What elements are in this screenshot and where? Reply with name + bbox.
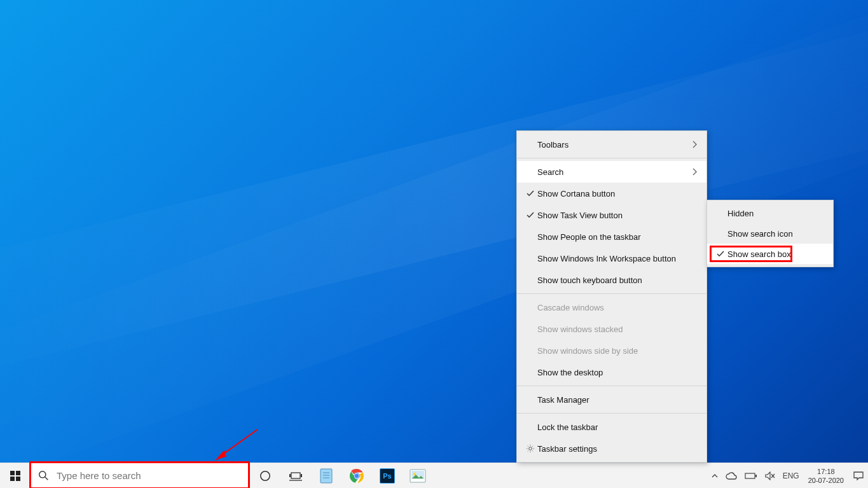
menu-label: Lock the taskbar [537, 422, 698, 432]
menu-label: Show Windows Ink Workspace button [537, 254, 698, 263]
svg-line-8 [45, 477, 48, 480]
svg-point-21 [355, 473, 359, 478]
menu-taskmgr[interactable]: Task Manager [517, 389, 706, 410]
menu-touchkb[interactable]: Show touch keyboard button [517, 269, 706, 291]
submenu-label: Show search box [727, 249, 791, 259]
cortana-button[interactable] [250, 463, 280, 489]
windows-logo-icon [10, 471, 20, 481]
tray-battery[interactable] [741, 463, 761, 489]
menu-separator [517, 386, 706, 386]
taskbar-app-notepad[interactable] [311, 463, 341, 489]
chevron-right-icon [692, 141, 698, 148]
svg-rect-3 [10, 471, 15, 475]
taskbar-search-box[interactable] [31, 463, 250, 489]
gear-icon [523, 444, 537, 453]
menu-separator [517, 158, 706, 158]
menu-label: Show windows stacked [537, 324, 698, 334]
taskbar-app-photo-viewer[interactable] [403, 463, 433, 489]
menu-label: Toolbars [537, 140, 692, 150]
tray-clock[interactable]: 17:18 20-07-2020 [803, 463, 849, 489]
taskbar-app-chrome[interactable] [341, 463, 372, 489]
check-icon [713, 250, 727, 258]
cortana-icon [259, 470, 271, 482]
menu-label: Show touch keyboard button [537, 275, 698, 285]
svg-rect-13 [301, 474, 302, 477]
menu-ink[interactable]: Show Windows Ink Workspace button [517, 247, 706, 269]
menu-cascade: Cascade windows [517, 296, 706, 318]
taskbar-context-menu: Toolbars Search Show Cortana button Show… [516, 130, 707, 463]
start-button[interactable] [0, 463, 31, 489]
system-tray: ENG 17:18 20-07-2020 [708, 463, 868, 488]
menu-sidebyside: Show windows side by side [517, 340, 706, 361]
task-view-button[interactable] [280, 463, 311, 489]
notification-icon [853, 471, 864, 481]
submenu-label: Show search icon [727, 229, 793, 239]
tray-overflow[interactable] [708, 463, 722, 489]
menu-stacked: Show windows stacked [517, 318, 706, 340]
svg-rect-4 [16, 471, 20, 475]
menu-lock[interactable]: Lock the taskbar [517, 416, 706, 438]
volume-mute-icon [765, 471, 775, 480]
menu-label: Search [537, 167, 692, 177]
tray-volume[interactable] [761, 463, 779, 489]
svg-point-7 [39, 471, 46, 478]
menu-people[interactable]: Show People on the taskbar [517, 226, 706, 247]
menu-label: Show Task View button [537, 211, 698, 220]
tray-language[interactable]: ENG [779, 463, 803, 489]
menu-taskview[interactable]: Show Task View button [517, 204, 706, 226]
svg-marker-1 [219, 449, 228, 458]
menu-toolbars[interactable]: Toolbars [517, 134, 706, 155]
svg-rect-26 [755, 475, 757, 477]
chrome-icon [349, 468, 364, 484]
annotation-arrow [210, 426, 261, 464]
menu-search[interactable]: Search [517, 161, 706, 183]
search-input[interactable] [57, 470, 242, 481]
menu-cortana[interactable]: Show Cortana button [517, 183, 706, 204]
photoshop-icon: Ps [380, 468, 395, 484]
photo-viewer-icon [410, 469, 426, 483]
submenu-label: Hidden [727, 209, 754, 218]
search-submenu: Hidden Show search icon Show search box [706, 200, 834, 267]
language-label: ENG [783, 471, 799, 480]
menu-label: Taskbar settings [537, 444, 698, 454]
menu-label: Task Manager [537, 395, 698, 405]
taskbar[interactable]: Ps [0, 463, 868, 488]
svg-rect-25 [745, 473, 755, 478]
svg-marker-2 [215, 450, 226, 461]
menu-showdesktop[interactable]: Show the desktop [517, 361, 706, 383]
notepad-icon [318, 468, 334, 484]
submenu-show-search-icon[interactable]: Show search icon [707, 223, 833, 244]
tray-onedrive[interactable] [722, 463, 741, 489]
svg-point-9 [261, 471, 270, 480]
svg-rect-6 [16, 477, 20, 481]
menu-label: Show windows side by side [537, 346, 698, 356]
svg-line-0 [219, 429, 258, 457]
cloud-icon [726, 472, 737, 480]
clock-time: 17:18 [817, 467, 835, 476]
chevron-right-icon [692, 168, 698, 176]
menu-separator [517, 293, 706, 294]
check-icon [523, 211, 537, 219]
tray-action-center[interactable] [849, 463, 868, 489]
chevron-up-icon [712, 473, 718, 479]
svg-rect-14 [320, 469, 332, 483]
menu-label: Cascade windows [537, 303, 698, 312]
submenu-show-search-box[interactable]: Show search box [707, 244, 833, 264]
menu-label: Show People on the taskbar [537, 232, 698, 242]
check-icon [523, 190, 537, 197]
menu-label: Show Cortana button [537, 189, 698, 199]
clock-date: 20-07-2020 [808, 476, 844, 485]
menu-label: Show the desktop [537, 368, 698, 377]
battery-icon [745, 472, 757, 480]
task-view-icon [289, 471, 302, 481]
search-icon [38, 470, 49, 481]
menu-separator [517, 413, 706, 414]
submenu-hidden[interactable]: Hidden [707, 203, 833, 223]
taskbar-app-photoshop[interactable]: Ps [372, 463, 403, 489]
menu-settings[interactable]: Taskbar settings [517, 438, 706, 459]
svg-rect-5 [10, 477, 15, 481]
svg-rect-10 [291, 473, 300, 478]
svg-rect-12 [289, 474, 291, 477]
